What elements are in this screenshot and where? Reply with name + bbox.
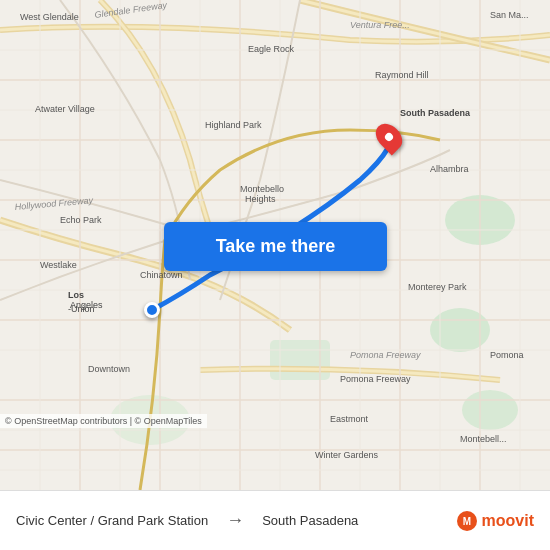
svg-text:Eagle Rock: Eagle Rock xyxy=(248,44,295,54)
destination-station-label: South Pasadena xyxy=(262,513,358,528)
svg-text:South Pasadena: South Pasadena xyxy=(400,108,471,118)
origin-station-label: Civic Center / Grand Park Station xyxy=(16,513,208,528)
map-container: Glendale Freeway Ventura Free... Hollywo… xyxy=(0,0,550,490)
svg-text:Winter Gardens: Winter Gardens xyxy=(315,450,379,460)
svg-text:Pomona: Pomona xyxy=(490,350,524,360)
svg-text:Monterey Park: Monterey Park xyxy=(408,282,467,292)
map-attribution: © OpenStreetMap contributors | © OpenMap… xyxy=(0,414,207,428)
svg-text:M: M xyxy=(462,516,470,527)
svg-text:Pomona Freeway: Pomona Freeway xyxy=(340,374,411,384)
moovit-logo-icon: M xyxy=(456,510,478,532)
svg-text:Echo Park: Echo Park xyxy=(60,215,102,225)
svg-text:Alhambra: Alhambra xyxy=(430,164,469,174)
svg-text:Atwater Village: Atwater Village xyxy=(35,104,95,114)
take-me-there-button[interactable]: Take me there xyxy=(164,222,387,271)
svg-text:Ventura Free...: Ventura Free... xyxy=(350,20,410,30)
svg-text:-Union: -Union xyxy=(68,304,95,314)
svg-text:Los: Los xyxy=(68,290,84,300)
svg-point-2 xyxy=(430,308,490,352)
svg-text:Eastmont: Eastmont xyxy=(330,414,369,424)
svg-text:Heights: Heights xyxy=(245,194,276,204)
svg-point-3 xyxy=(462,390,518,430)
svg-rect-4 xyxy=(270,340,330,380)
svg-text:Highland Park: Highland Park xyxy=(205,120,262,130)
svg-text:Westlake: Westlake xyxy=(40,260,77,270)
svg-text:San Ma...: San Ma... xyxy=(490,10,529,20)
moovit-logo: M moovit xyxy=(456,510,534,532)
moovit-logo-text: moovit xyxy=(482,512,534,530)
svg-text:Pomona Freeway: Pomona Freeway xyxy=(350,350,421,360)
svg-text:Raymond Hill: Raymond Hill xyxy=(375,70,429,80)
destination-marker xyxy=(378,122,400,152)
svg-text:Montebell...: Montebell... xyxy=(460,434,507,444)
svg-text:Chinatown: Chinatown xyxy=(140,270,183,280)
svg-text:West Glendale: West Glendale xyxy=(20,12,79,22)
origin-marker xyxy=(144,302,160,318)
arrow-icon: → xyxy=(226,510,244,531)
station-info: Civic Center / Grand Park Station → Sout… xyxy=(16,510,456,531)
svg-text:Montebello: Montebello xyxy=(240,184,284,194)
svg-text:Downtown: Downtown xyxy=(88,364,130,374)
bottom-bar: Civic Center / Grand Park Station → Sout… xyxy=(0,490,550,550)
